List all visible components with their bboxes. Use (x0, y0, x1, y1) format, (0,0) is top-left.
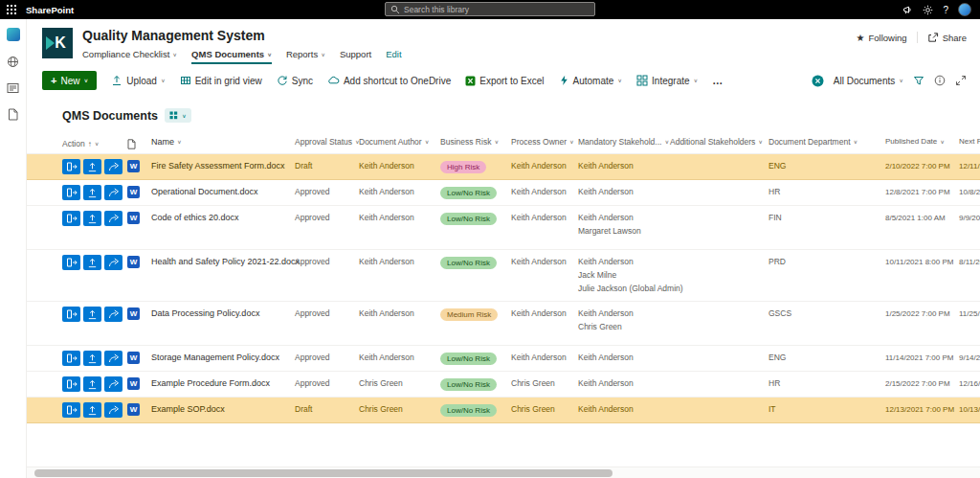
help-icon[interactable]: ? (943, 5, 948, 15)
column-header-name[interactable]: Name∨ (151, 129, 295, 153)
info-icon[interactable] (934, 75, 946, 86)
app-launcher-button[interactable] (0, 0, 23, 19)
document-name[interactable]: Health and Safety Policy 2021-22.docx (151, 250, 295, 267)
document-name[interactable]: Example Procedure Form.docx (151, 372, 295, 389)
automate-button[interactable]: Automate∨ (559, 75, 623, 86)
add-shortcut-to-onedrive-button[interactable]: Add shortcut to OneDrive (327, 75, 451, 86)
table-row[interactable]: WExample Procedure Form.docxApprovedChri… (27, 372, 980, 398)
upload-version-button[interactable] (83, 376, 101, 392)
submit-document-button[interactable] (62, 307, 80, 322)
overflow-button[interactable]: … (712, 75, 724, 86)
document-name[interactable]: Storage Management Policy.docx (151, 346, 295, 363)
share-document-button[interactable] (104, 351, 122, 366)
column-header-published-date[interactable]: Published Date∨ (885, 129, 959, 153)
document-name[interactable]: Example SOP.docx (151, 398, 295, 415)
table-row[interactable]: WExample SOP.docxDraftChris GreenLow/No … (27, 398, 980, 423)
news-icon[interactable] (7, 82, 19, 94)
documents-table: Action↑∨Name∨Approval Status∨Document Au… (27, 129, 980, 423)
document-name[interactable]: Fire Safety Assessment Form.docx (151, 154, 295, 171)
column-header-approval-status[interactable]: Approval Status∨ (295, 129, 359, 153)
site-logo[interactable]: K (42, 28, 73, 58)
table-row[interactable]: WData Processing Policy.docxApprovedKeit… (27, 302, 980, 346)
site-title[interactable]: Quality Management System (82, 28, 402, 43)
search-input[interactable] (404, 5, 590, 14)
submit-document-button[interactable] (62, 255, 80, 270)
integrate-button[interactable]: Integrate∨ (636, 75, 698, 86)
business-risk-badge: Low/No Risk (440, 353, 497, 365)
table-row[interactable]: WHealth and Safety Policy 2021-22.docxAp… (27, 250, 980, 302)
share-document-button[interactable] (104, 376, 122, 392)
approval-status: Draft (295, 154, 359, 171)
upload-version-button[interactable] (83, 185, 101, 200)
upload-version-button[interactable] (83, 402, 101, 418)
column-label: Action (62, 139, 85, 148)
expand-icon[interactable] (955, 75, 967, 86)
share-document-button[interactable] (104, 211, 122, 226)
nav-item-compliance-checklist[interactable]: Compliance Checklist∨ (82, 49, 177, 64)
document-name[interactable]: Data Processing Policy.docx (151, 302, 295, 319)
table-row[interactable]: WOperational Document.docxApprovedKeith … (27, 180, 980, 206)
document-name[interactable]: Code of ethics 20.docx (151, 206, 295, 223)
view-selector-button[interactable]: All Documents∨ (834, 76, 903, 86)
search-box[interactable] (385, 2, 595, 16)
upload-version-button[interactable] (83, 255, 101, 270)
submit-document-button[interactable] (62, 185, 80, 200)
column-header-additional-stakeholders[interactable]: Additional Stakeholders∨ (670, 129, 768, 153)
megaphone-icon[interactable] (902, 5, 913, 15)
share-document-button[interactable] (104, 307, 122, 322)
column-header-business-risk[interactable]: Business Risk∨ (440, 129, 511, 153)
scrollbar-thumb[interactable] (34, 469, 612, 477)
view-chip[interactable]: ∨ (165, 108, 191, 123)
share-document-button[interactable] (104, 185, 122, 200)
filter-icon[interactable] (913, 75, 924, 86)
column-header-action[interactable]: Action↑∨ (62, 129, 127, 153)
table-row[interactable]: WCode of ethics 20.docxApprovedKeith And… (27, 206, 980, 250)
submit-document-button[interactable] (62, 376, 80, 392)
next-review-date: 10/13/20 (959, 398, 980, 415)
status-circle-icon[interactable] (812, 75, 824, 87)
new-button[interactable]: + New ∨ (42, 71, 97, 90)
nav-item-edit[interactable]: Edit (386, 49, 401, 64)
nav-item-qms-documents[interactable]: QMS Documents∨ (191, 49, 272, 64)
column-header-file-type[interactable] (127, 129, 151, 153)
stakeholder-name: Keith Anderson (578, 353, 664, 363)
column-header-document-department[interactable]: Document Department∨ (768, 129, 885, 153)
column-header-process-owner[interactable]: Process Owner∨ (511, 129, 578, 153)
header-divider (917, 32, 918, 43)
settings-gear-icon[interactable] (923, 5, 933, 15)
upload-button[interactable]: Upload∨ (111, 75, 165, 86)
submit-document-button[interactable] (62, 351, 80, 366)
site-home-icon[interactable] (7, 28, 20, 41)
export-to-excel-button[interactable]: Export to Excel (465, 76, 544, 86)
document-name[interactable]: Operational Document.docx (151, 180, 295, 197)
table-row[interactable]: WFire Safety Assessment Form.docxDraftKe… (27, 154, 980, 180)
published-date: 2/10/2022 7:00 PM (885, 154, 959, 171)
published-date: 8/5/2021 1:00 AM (885, 206, 959, 223)
share-button[interactable]: Share (927, 32, 967, 43)
upload-version-button[interactable] (83, 159, 101, 174)
column-header-mandatory-stakehold[interactable]: Mandatory Stakehold...∨ (578, 129, 670, 153)
nav-item-reports[interactable]: Reports∨ (286, 49, 325, 64)
documents-icon[interactable] (8, 108, 18, 121)
share-document-button[interactable] (104, 402, 122, 418)
upload-version-button[interactable] (83, 211, 101, 226)
share-document-button[interactable] (104, 159, 122, 174)
sync-button[interactable]: Sync (277, 75, 313, 86)
follow-button[interactable]: ★ Following (857, 33, 907, 43)
column-header-document-author[interactable]: Document Author∨ (359, 129, 440, 153)
submit-document-button[interactable] (62, 211, 80, 226)
business-risk-cell: Low/No Risk (440, 398, 511, 417)
share-white-icon (108, 309, 120, 319)
share-document-button[interactable] (104, 255, 122, 270)
submit-document-button[interactable] (62, 159, 80, 174)
column-header-next-re[interactable]: Next Re∨ (959, 129, 980, 153)
upload-version-button[interactable] (83, 307, 101, 322)
submit-document-button[interactable] (62, 402, 80, 418)
edit-in-grid-view-button[interactable]: Edit in grid view (180, 75, 262, 86)
nav-item-support[interactable]: Support (340, 49, 371, 64)
globe-icon[interactable] (7, 56, 19, 68)
table-row[interactable]: WStorage Management Policy.docxApprovedK… (27, 346, 980, 372)
upload-version-button[interactable] (83, 351, 101, 366)
horizontal-scrollbar[interactable] (27, 467, 980, 478)
account-avatar[interactable] (958, 3, 971, 16)
